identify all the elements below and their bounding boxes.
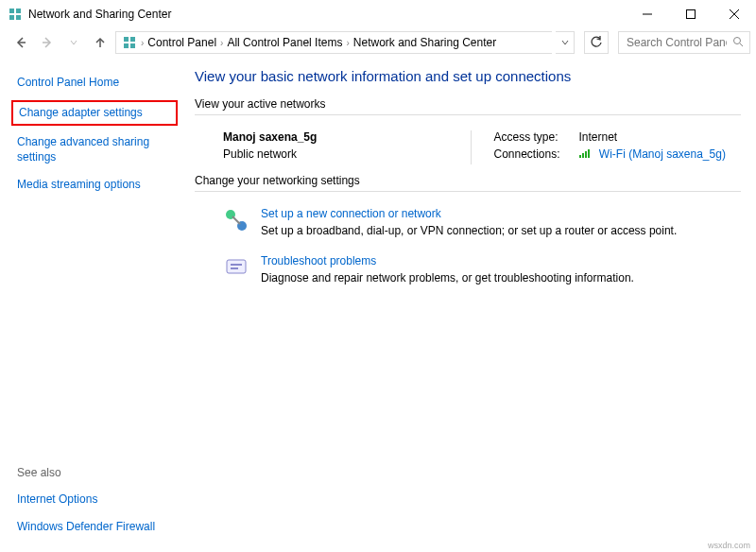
- refresh-button[interactable]: [584, 31, 609, 54]
- divider: [195, 191, 741, 192]
- svg-rect-17: [579, 155, 581, 158]
- svg-rect-11: [124, 37, 129, 42]
- minimize-button[interactable]: [626, 0, 669, 28]
- change-settings-label: Change your networking settings: [195, 174, 741, 187]
- sidebar-item-adapter[interactable]: Change adapter settings: [19, 106, 170, 121]
- sidebar-item-advanced-sharing[interactable]: Change advanced sharing settings: [17, 135, 172, 164]
- svg-point-15: [734, 37, 741, 43]
- connections-label: Connections:: [494, 147, 579, 161]
- network-center-icon: [8, 7, 23, 22]
- wifi-signal-icon: [579, 147, 593, 161]
- chevron-right-icon: ›: [346, 38, 349, 48]
- breadcrumb-item[interactable]: All Control Panel Items: [227, 36, 342, 49]
- window-title: Network and Sharing Center: [28, 8, 626, 21]
- setup-connection-link[interactable]: Set up a new connection or network: [261, 207, 677, 220]
- address-dropdown[interactable]: [556, 31, 575, 54]
- highlight-adapter-settings: Change adapter settings: [11, 100, 178, 127]
- svg-line-16: [740, 43, 743, 46]
- see-also-heading: See also: [17, 466, 172, 479]
- chevron-right-icon: ›: [220, 38, 223, 48]
- network-center-icon: [122, 35, 137, 50]
- back-button[interactable]: [9, 31, 32, 54]
- svg-rect-25: [231, 264, 242, 266]
- network-type: Public network: [223, 147, 471, 161]
- svg-rect-0: [9, 9, 14, 13]
- svg-rect-13: [124, 43, 129, 48]
- troubleshoot-icon: [223, 254, 249, 281]
- svg-rect-24: [227, 260, 246, 273]
- troubleshoot-item: Troubleshoot problems Diagnose and repai…: [223, 254, 741, 285]
- sidebar-item-media-streaming[interactable]: Media streaming options: [17, 178, 172, 193]
- sidebar-item-home[interactable]: Control Panel Home: [17, 76, 172, 91]
- setup-connection-desc: Set up a broadband, dial-up, or VPN conn…: [261, 224, 677, 237]
- setup-connection-icon: [223, 207, 249, 233]
- access-type-value: Internet: [579, 130, 618, 144]
- sidebar-item-defender-firewall[interactable]: Windows Defender Firewall: [17, 520, 172, 535]
- divider: [195, 114, 741, 115]
- search-icon: [732, 36, 744, 50]
- sidebar-item-internet-options[interactable]: Internet Options: [17, 492, 172, 508]
- svg-rect-2: [9, 15, 14, 20]
- troubleshoot-desc: Diagnose and repair network problems, or…: [261, 271, 634, 285]
- maximize-button[interactable]: [669, 0, 713, 28]
- troubleshoot-link[interactable]: Troubleshoot problems: [261, 254, 634, 267]
- watermark: wsxdn.com: [708, 541, 750, 550]
- chevron-right-icon: ›: [141, 38, 144, 48]
- recent-dropdown[interactable]: [62, 31, 85, 54]
- svg-rect-19: [585, 151, 587, 158]
- access-type-label: Access type:: [494, 130, 579, 144]
- up-button[interactable]: [89, 31, 112, 54]
- svg-rect-3: [16, 15, 21, 20]
- svg-rect-12: [130, 37, 135, 42]
- svg-rect-26: [231, 267, 238, 269]
- setup-connection-item: Set up a new connection or network Set u…: [223, 207, 741, 237]
- svg-line-23: [232, 216, 240, 224]
- close-button[interactable]: [713, 0, 756, 28]
- main-content: View your basic network information and …: [180, 57, 756, 539]
- forward-button[interactable]: [36, 31, 59, 54]
- network-name: Manoj saxena_5g: [223, 130, 471, 144]
- search-input[interactable]: [625, 35, 729, 50]
- svg-rect-5: [687, 10, 696, 19]
- breadcrumb-item[interactable]: Control Panel: [147, 36, 216, 49]
- active-network-row: Manoj saxena_5g Public network Access ty…: [195, 127, 741, 174]
- window-controls: [626, 0, 756, 28]
- title-bar: Network and Sharing Center: [0, 0, 756, 28]
- active-networks-label: View your active networks: [195, 97, 741, 111]
- svg-rect-14: [130, 43, 135, 48]
- sidebar: Control Panel Home Change adapter settin…: [0, 57, 180, 539]
- svg-rect-18: [582, 153, 584, 158]
- breadcrumb[interactable]: › Control Panel › All Control Panel Item…: [115, 31, 552, 54]
- search-box[interactable]: [618, 31, 750, 54]
- page-heading: View your basic network information and …: [195, 68, 741, 84]
- nav-bar: › Control Panel › All Control Panel Item…: [0, 28, 756, 57]
- svg-rect-20: [588, 149, 590, 158]
- connection-link[interactable]: Wi-Fi (Manoj saxena_5g): [599, 147, 726, 161]
- breadcrumb-item[interactable]: Network and Sharing Center: [353, 36, 496, 49]
- svg-rect-1: [16, 9, 21, 13]
